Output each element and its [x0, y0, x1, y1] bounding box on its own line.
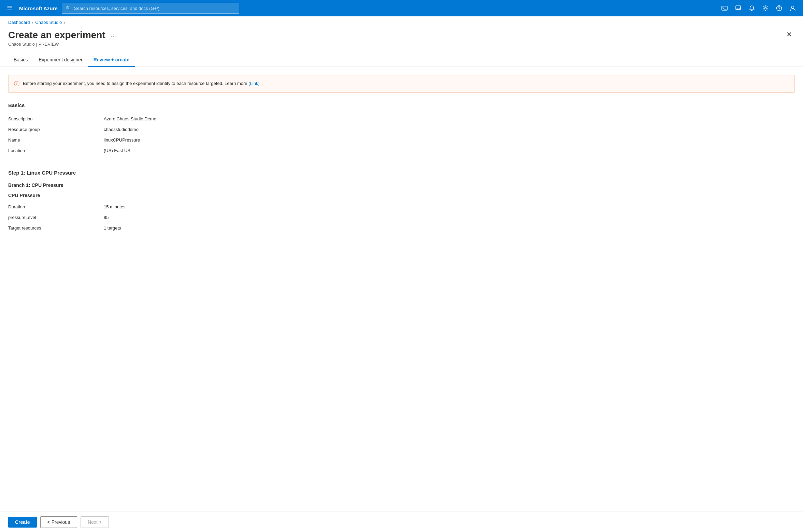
warning-link[interactable]: (Link): [248, 81, 260, 86]
terminal-icon-button[interactable]: [718, 2, 731, 14]
subscription-value: Azure Chaos Studio Demo: [104, 114, 795, 124]
app-logo: Microsoft Azure: [19, 5, 58, 11]
tab-experiment-designer[interactable]: Experiment designer: [33, 54, 88, 67]
resource-group-label: Resource group: [8, 124, 104, 135]
account-icon-button[interactable]: [787, 2, 799, 14]
fault-info-grid: Duration 15 minutes pressureLevel 95 Tar…: [8, 202, 795, 233]
warning-icon: ⓘ: [14, 80, 19, 88]
close-button[interactable]: ✕: [784, 29, 795, 40]
pressure-level-value: 95: [104, 212, 795, 223]
main-content: ⓘ Before starting your experiment, you n…: [0, 67, 803, 263]
help-icon-button[interactable]: [773, 2, 785, 14]
topbar-icons: [718, 2, 799, 14]
breadcrumb-chaos-studio[interactable]: Chaos Studio: [35, 20, 62, 25]
breadcrumb: Dashboard › Chaos Studio ›: [0, 16, 803, 25]
name-label: Name: [8, 135, 104, 145]
warning-text: Before starting your experiment, you nee…: [23, 80, 260, 87]
feedback-icon-button[interactable]: [732, 2, 744, 14]
target-resources-value: 1 targets: [104, 223, 795, 233]
basics-info-grid: Subscription Azure Chaos Studio Demo Res…: [8, 114, 795, 156]
step1-title: Step 1: Linux CPU Pressure: [8, 170, 795, 176]
basics-section-title: Basics: [8, 102, 795, 108]
duration-value: 15 minutes: [104, 202, 795, 212]
fault-title: CPU Pressure: [8, 193, 795, 198]
tab-basics[interactable]: Basics: [8, 54, 33, 67]
search-icon: 🔍: [66, 5, 71, 11]
location-label: Location: [8, 145, 104, 156]
resource-group-value: chaosstudiodemo: [104, 124, 795, 135]
page-header-title-block: Create an experiment ··· Chaos Studio | …: [8, 29, 119, 47]
pressure-level-label: pressureLevel: [8, 212, 104, 223]
search-input[interactable]: [74, 6, 235, 11]
page-header-left: Create an experiment ··· Chaos Studio | …: [8, 29, 119, 47]
settings-icon-button[interactable]: [759, 2, 772, 14]
subscription-label: Subscription: [8, 114, 104, 124]
hamburger-button[interactable]: ☰: [4, 3, 15, 13]
notifications-icon-button[interactable]: [746, 2, 758, 14]
breadcrumb-separator-2: ›: [64, 20, 65, 25]
svg-point-6: [792, 6, 794, 9]
topbar: ☰ Microsoft Azure 🔍: [0, 0, 803, 16]
page-subtitle: Chaos Studio | PREVIEW: [8, 42, 119, 47]
breadcrumb-separator-1: ›: [32, 20, 33, 25]
tab-bar: Basics Experiment designer Review + crea…: [0, 47, 803, 67]
svg-point-5: [779, 10, 779, 10]
svg-rect-0: [722, 6, 727, 10]
page-title: Create an experiment: [8, 30, 105, 41]
breadcrumb-dashboard[interactable]: Dashboard: [8, 20, 30, 25]
duration-label: Duration: [8, 202, 104, 212]
warning-banner: ⓘ Before starting your experiment, you n…: [8, 75, 795, 93]
tab-review-create[interactable]: Review + create: [88, 54, 135, 67]
location-value: (US) East US: [104, 145, 795, 156]
more-options-button[interactable]: ···: [108, 31, 119, 41]
target-resources-label: Target resources: [8, 223, 104, 233]
name-value: linuxCPUPressure: [104, 135, 795, 145]
divider-1: [8, 163, 795, 163]
page-header: Create an experiment ··· Chaos Studio | …: [0, 25, 803, 47]
search-bar[interactable]: 🔍: [62, 3, 239, 14]
svg-point-3: [765, 8, 766, 9]
branch1-title: Branch 1: CPU Pressure: [8, 182, 795, 188]
